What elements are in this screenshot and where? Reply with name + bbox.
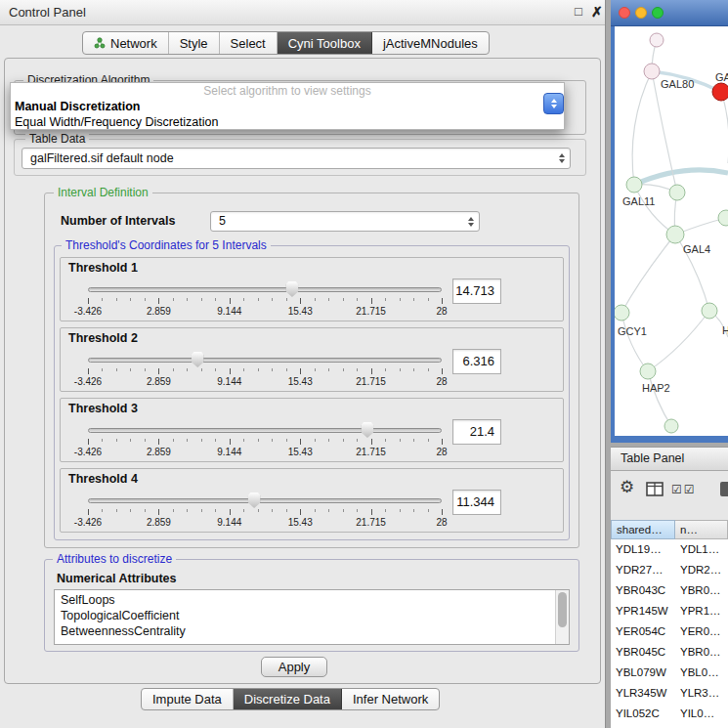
attributes-scrollbar[interactable] <box>555 590 569 644</box>
table-row[interactable]: YDR27…YDR2… <box>611 560 728 580</box>
float-window-icon[interactable]: □ <box>575 4 582 19</box>
cell-shared-name[interactable]: YBR043C <box>611 580 675 601</box>
slider-track[interactable] <box>88 428 442 433</box>
table-row[interactable]: YPR145WYPR1… <box>611 601 728 621</box>
tick-mark <box>116 298 117 301</box>
threshold-4-value-field[interactable]: 11.344 <box>452 490 501 515</box>
tab-select[interactable]: Select <box>220 32 278 54</box>
close-traffic-light[interactable] <box>619 7 630 19</box>
column-header-name[interactable]: n… <box>675 520 728 539</box>
cell-shared-name[interactable]: YDL19… <box>611 539 675 560</box>
cell-shared-name[interactable]: YLR345W <box>611 683 675 704</box>
slider-track[interactable] <box>88 287 442 292</box>
network-node[interactable] <box>626 177 642 193</box>
threshold-4-slider[interactable]: -3.4262.8599.14415.4321.71528 <box>88 491 442 532</box>
slider-thumb[interactable] <box>361 422 373 438</box>
network-node[interactable] <box>702 303 717 319</box>
zoom-traffic-light[interactable] <box>652 7 664 19</box>
cell-name[interactable]: YBR0… <box>675 642 728 663</box>
tick-mark <box>272 368 273 371</box>
threshold-3-slider[interactable]: -3.4262.8599.14415.4321.71528 <box>88 420 442 461</box>
toolbar-icon-cut[interactable] <box>720 482 728 496</box>
tick-mark <box>201 368 202 371</box>
threshold-3-value-field[interactable]: 21.4 <box>452 419 501 445</box>
apply-button[interactable]: Apply <box>261 657 327 677</box>
network-node[interactable] <box>669 185 685 200</box>
table-row[interactable]: YBR043CYBR0… <box>611 580 728 601</box>
network-node[interactable] <box>615 305 629 321</box>
algorithm-option-equal-width[interactable]: Equal Width/Frequency Discretization <box>11 114 564 130</box>
cell-name[interactable]: YBR0… <box>675 580 728 601</box>
network-edge <box>632 71 652 185</box>
slider-thumb[interactable] <box>192 352 204 367</box>
cell-shared-name[interactable]: YDR27… <box>611 560 675 580</box>
attribute-item[interactable]: TopologicalCoefficient <box>55 608 569 623</box>
threshold-2-value-field[interactable]: 6.316 <box>452 349 501 374</box>
tab-network[interactable]: Network <box>83 32 169 54</box>
tab-impute-data[interactable]: Impute Data <box>142 689 234 709</box>
network-node[interactable] <box>664 419 678 433</box>
close-window-icon[interactable]: ✗ <box>591 4 603 20</box>
table-data-combobox[interactable]: galFiltered.sif default node <box>21 148 571 169</box>
table-row[interactable]: YER054CYER0… <box>611 621 728 642</box>
scrollbar-thumb[interactable] <box>558 592 567 627</box>
cell-shared-name[interactable]: YER054C <box>611 621 675 642</box>
attribute-item[interactable]: SelfLoops <box>55 592 569 608</box>
cell-shared-name[interactable]: YPR145W <box>611 601 675 621</box>
tab-jactivemnodules[interactable]: jActiveMNodules <box>372 32 489 54</box>
network-node[interactable] <box>644 64 660 79</box>
algorithm-option-manual[interactable]: Manual Discretization <box>11 99 564 114</box>
network-node[interactable] <box>712 83 728 101</box>
table-row[interactable]: YIL052CYIL0… <box>611 704 728 724</box>
cell-name[interactable]: YER0… <box>675 621 728 642</box>
threshold-1-slider[interactable]: -3.4262.8599.14415.4321.71528 <box>88 279 442 321</box>
slider-thumb[interactable] <box>285 281 298 297</box>
tab-style[interactable]: Style <box>169 32 220 54</box>
minimize-traffic-light[interactable] <box>635 7 647 19</box>
slider-thumb[interactable] <box>248 492 261 508</box>
network-node[interactable] <box>718 210 728 226</box>
network-node[interactable] <box>650 33 664 47</box>
cell-name[interactable]: YPR1… <box>675 601 728 621</box>
tick-mark <box>300 298 301 304</box>
tab-infer-network[interactable]: Infer Network <box>342 689 439 709</box>
gear-icon[interactable]: ⚙ <box>620 477 634 497</box>
network-node[interactable] <box>640 364 656 379</box>
scale-label: 9.144 <box>217 447 241 457</box>
cell-shared-name[interactable]: YBR045C <box>611 642 675 663</box>
slider-track[interactable] <box>88 358 442 363</box>
cell-name[interactable]: YDR2… <box>675 560 728 580</box>
network-node[interactable] <box>666 226 684 243</box>
columns-icon[interactable] <box>646 482 664 496</box>
tick-mark <box>272 298 273 301</box>
number-of-intervals-combobox[interactable]: 5 <box>210 211 480 232</box>
table-row[interactable]: YBR045CYBR0… <box>611 642 728 663</box>
checkboxes-icon[interactable]: ☑☑ <box>671 483 697 496</box>
cell-name[interactable]: YBL0… <box>675 663 728 683</box>
network-window-titlebar[interactable] <box>611 0 728 26</box>
table-row[interactable]: YLR345WYLR3… <box>611 683 728 704</box>
tab-cyni-toolbox[interactable]: Cyni Toolbox <box>278 32 372 54</box>
threshold-1-value-field[interactable]: 14.713 <box>452 278 501 304</box>
tick-mark <box>116 439 117 442</box>
tick-mark <box>428 368 429 371</box>
attribute-item[interactable]: BetweennessCentrality <box>55 623 569 639</box>
tick-mark <box>158 509 159 515</box>
cell-shared-name[interactable]: YIL052C <box>611 704 675 724</box>
cell-name[interactable]: YLR3… <box>675 683 728 704</box>
scale-label: 21.715 <box>356 517 386 528</box>
cell-shared-name[interactable]: YBL079W <box>611 663 675 683</box>
column-header-shared-name[interactable]: shared… <box>611 520 675 539</box>
tick-mark <box>328 368 329 371</box>
slider-track[interactable] <box>88 498 442 503</box>
cell-name[interactable]: YIL0… <box>675 704 728 724</box>
table-row[interactable]: YBL079WYBL0… <box>611 663 728 683</box>
network-view[interactable]: GAL80GAGAL11GAL4GCY1HHAP2 <box>615 26 728 436</box>
cell-name[interactable]: YDL1… <box>675 539 728 560</box>
table-row[interactable]: YDL19…YDL1… <box>611 539 728 560</box>
tab-discretize-data[interactable]: Discretize Data <box>234 689 342 709</box>
algorithm-combobox-stepper[interactable] <box>543 93 564 114</box>
threshold-2-slider[interactable]: -3.4262.8599.14415.4321.71528 <box>88 350 442 391</box>
tick-mark <box>130 368 131 371</box>
threshold-4-panel: Threshold 4 -3.4262.8599.14415.4321.7152… <box>60 468 564 533</box>
